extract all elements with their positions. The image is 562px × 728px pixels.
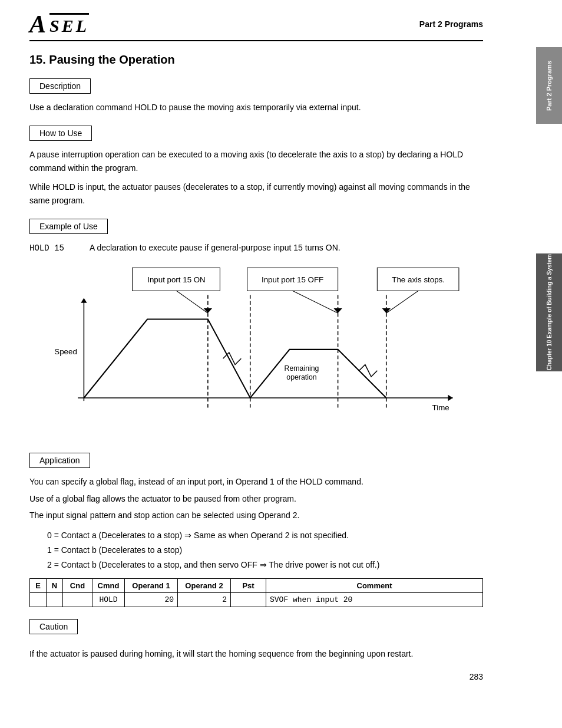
page-header: A SEL Part 2 Programs: [29, 12, 483, 41]
col-comment: Comment: [266, 579, 483, 593]
cell-cmnd: HOLD: [92, 593, 125, 607]
svg-text:operation: operation: [286, 374, 316, 382]
logo-a: A: [29, 12, 46, 37]
col-op1: Operand 1: [125, 579, 178, 593]
cell-comment: SVOF when input 20: [266, 593, 483, 607]
how-to-use-label: How to Use: [29, 126, 92, 141]
svg-text:The axis stops.: The axis stops.: [392, 275, 445, 284]
command-table: E N Cnd Cmnd Operand 1 Operand 2 Pst Com…: [29, 578, 483, 607]
col-cnd: Cnd: [63, 579, 92, 593]
description-label: Description: [29, 78, 91, 94]
application-para1: You can specify a global flag, instead o…: [29, 475, 483, 488]
svg-text:Input port 15 ON: Input port 15 ON: [147, 275, 206, 284]
table-row: HOLD 20 2 SVOF when input 20: [30, 593, 483, 607]
logo: A SEL: [29, 12, 89, 37]
svg-line-11: [176, 291, 207, 314]
how-to-use-section: How to Use A pause interruption operatio…: [29, 126, 483, 207]
application-para2: Use of a global flag allows the actuator…: [29, 492, 483, 505]
svg-marker-14: [333, 308, 342, 313]
svg-line-13: [293, 291, 338, 314]
svg-text:Time: Time: [432, 403, 449, 412]
page-number: 283: [29, 672, 483, 681]
col-pst: Pst: [231, 579, 266, 593]
logo-sel: SEL: [49, 13, 89, 36]
col-n: N: [47, 579, 63, 593]
hold-line: HOLD 15 A declaration to execute pause i…: [29, 241, 483, 255]
sidebar-tab-top: Part 2 Programs: [536, 47, 562, 124]
application-list: 0 = Contact a (Decelerates to a stop) ⇒ …: [47, 528, 483, 573]
how-to-use-para2: While HOLD is input, the actuator pauses…: [29, 180, 483, 207]
part-label: Part 2 Programs: [419, 19, 483, 29]
svg-line-15: [386, 291, 418, 314]
caution-label: Caution: [29, 619, 78, 634]
sidebar-tab-bottom: Chapter 10 Example of Building a System: [536, 253, 562, 371]
col-e: E: [30, 579, 47, 593]
cell-e: [30, 593, 47, 607]
cell-pst: [231, 593, 266, 607]
page-title: 15. Pausing the Operation: [29, 53, 483, 67]
hold-desc: A declaration to execute pause if genera…: [90, 243, 340, 252]
svg-text:Speed: Speed: [54, 347, 77, 356]
application-label: Application: [29, 453, 90, 468]
svg-text:Input port 15 OFF: Input port 15 OFF: [262, 275, 323, 284]
description-text: Use a declaration command HOLD to pause …: [29, 101, 483, 114]
how-to-use-para1: A pause interruption operation can be ex…: [29, 148, 483, 174]
svg-marker-22: [81, 298, 87, 303]
col-op2: Operand 2: [178, 579, 231, 593]
col-cmnd: Cmnd: [92, 579, 125, 593]
list-item: 1 = Contact b (Decelerates to a stop): [47, 543, 483, 558]
example-of-use-label: Example of Use: [29, 219, 108, 234]
svg-text:Remaining: Remaining: [285, 364, 319, 373]
caution-section: Caution If the actuator is paused during…: [29, 619, 483, 660]
speed-diagram: Input port 15 ON Input port 15 OFF The a…: [29, 264, 483, 441]
cell-op2: 2: [178, 593, 231, 607]
cell-op1: 20: [125, 593, 178, 607]
list-item: 0 = Contact a (Decelerates to a stop) ⇒ …: [47, 528, 483, 543]
right-sidebar: Part 2 Programs Chapter 10 Example of Bu…: [513, 0, 562, 728]
application-section: Application You can specify a global fla…: [29, 453, 483, 607]
hold-cmd: HOLD 15: [29, 243, 64, 253]
sidebar-label-top: Part 2 Programs: [546, 61, 553, 111]
list-item: 2 = Contact b (Decelerates to a stop, an…: [47, 558, 483, 572]
caution-text: If the actuator is paused during homing,…: [29, 647, 483, 660]
svg-marker-20: [448, 395, 452, 401]
cell-n: [47, 593, 63, 607]
description-section: Description Use a declaration command HO…: [29, 78, 483, 114]
application-para3: The input signal pattern and stop action…: [29, 509, 483, 522]
sidebar-label-bottom: Chapter 10 Example of Building a System: [546, 254, 553, 370]
cell-cnd: [63, 593, 92, 607]
example-of-use-section: Example of Use HOLD 15 A declaration to …: [29, 219, 483, 441]
